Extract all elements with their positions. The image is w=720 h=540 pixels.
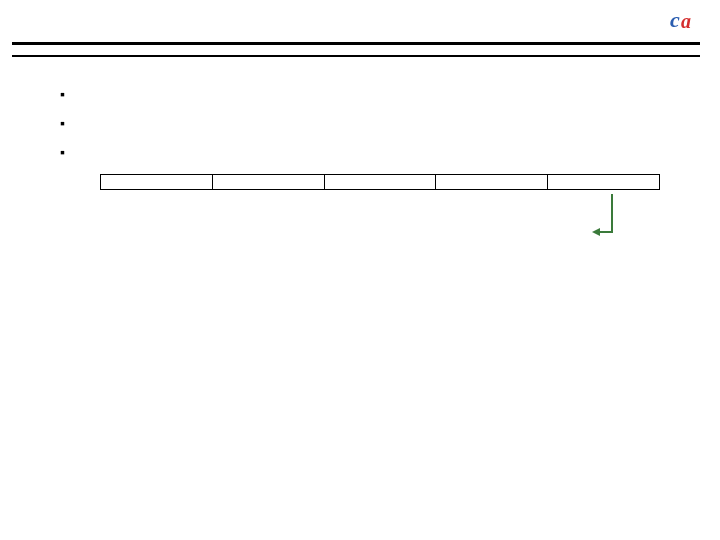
- arrow-down-left-icon: [590, 192, 620, 247]
- col-header: [548, 175, 660, 190]
- bullet-item: [60, 110, 680, 137]
- col-header: [436, 175, 548, 190]
- bullet-item: [60, 81, 680, 108]
- bullet-list: [60, 81, 680, 166]
- col-header: [212, 175, 324, 190]
- table-header-row: [101, 175, 660, 190]
- slide-content: [0, 57, 720, 190]
- col-header: [324, 175, 436, 190]
- bullet-item: [60, 139, 680, 166]
- brand-logo-area: ca: [670, 0, 720, 42]
- ca-logo-icon: ca: [670, 7, 698, 35]
- data-table-wrap: [100, 174, 660, 190]
- data-table: [100, 174, 660, 190]
- top-decorative-bar: ca: [0, 0, 720, 42]
- col-header: [101, 175, 213, 190]
